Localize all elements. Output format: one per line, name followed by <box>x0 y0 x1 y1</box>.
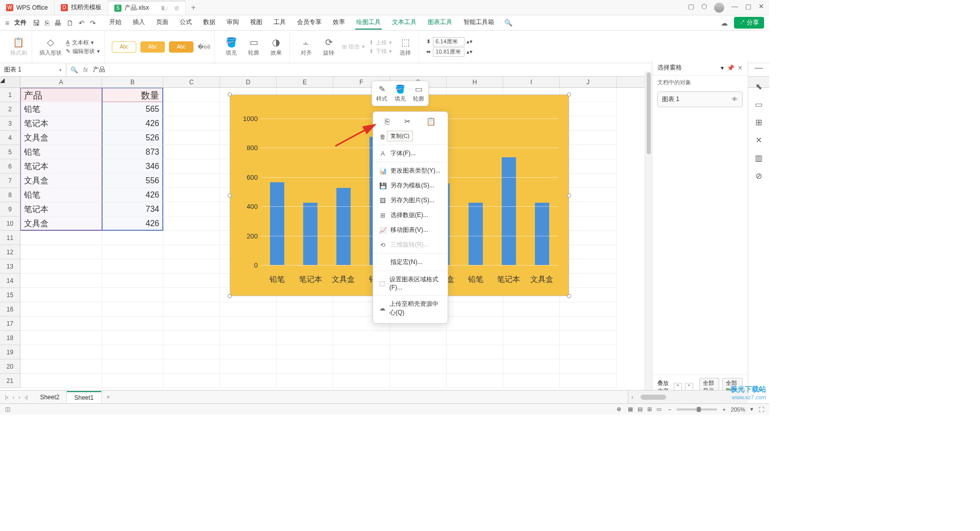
rotate-button[interactable]: ⟳旋转 <box>320 37 338 57</box>
redo-icon[interactable]: ↷ <box>90 19 96 27</box>
cell[interactable] <box>447 317 503 331</box>
height-input[interactable]: 10.81厘米 <box>433 47 464 57</box>
minimize-icon[interactable]: — <box>731 3 738 13</box>
col-header-h[interactable]: H <box>447 77 503 87</box>
cell[interactable] <box>333 359 390 374</box>
row-header[interactable]: 20 <box>0 359 20 374</box>
cell[interactable]: 铅笔 <box>20 102 102 116</box>
cell[interactable] <box>220 317 277 331</box>
row-header[interactable]: 18 <box>0 331 20 345</box>
cell[interactable] <box>390 345 447 359</box>
cancel-icon[interactable]: 🔍 <box>70 66 78 74</box>
sheet-first-icon[interactable]: |‹ <box>5 394 9 400</box>
file-menu[interactable]: 文件 <box>14 18 27 27</box>
width-input[interactable]: 6.14厘米 <box>433 37 464 46</box>
cell[interactable] <box>102 374 163 388</box>
cell[interactable] <box>20 374 102 388</box>
sheet-prev-icon[interactable]: ‹ <box>13 394 15 400</box>
select-all-button[interactable]: ◢ <box>0 77 20 87</box>
resize-handle[interactable] <box>567 294 571 298</box>
resize-handle[interactable] <box>228 294 232 298</box>
col-header-a[interactable]: A <box>20 77 102 87</box>
cell[interactable] <box>503 359 560 374</box>
close-icon[interactable]: ✕ <box>758 3 764 13</box>
zoom-slider[interactable] <box>676 408 717 411</box>
edit-shape-button[interactable]: ✎编辑形状▾ <box>66 47 100 55</box>
cell[interactable]: 文具盒 <box>20 174 102 188</box>
cell[interactable] <box>503 317 560 331</box>
shape-preset-3[interactable]: Abc <box>169 41 193 53</box>
align-button[interactable]: ⫠对齐 <box>297 37 315 57</box>
app-tab-docer[interactable]: D 找稻壳模板 <box>55 1 108 15</box>
ctx-change-chart-type[interactable]: 📊更改图表类型(Y)... <box>373 163 448 178</box>
cell[interactable] <box>163 374 220 388</box>
tab-insert[interactable]: 插入 <box>132 16 146 30</box>
cell[interactable] <box>102 331 163 345</box>
view-normal-icon[interactable]: ▦ <box>628 406 633 412</box>
tab-start[interactable]: 开始 <box>108 16 122 30</box>
add-sheet-button[interactable]: + <box>102 394 115 401</box>
tab-efficiency[interactable]: 效率 <box>332 16 346 30</box>
row-header[interactable]: 10 <box>0 216 20 231</box>
cell[interactable] <box>163 359 220 374</box>
cell[interactable] <box>560 345 617 359</box>
cell[interactable]: 笔记本 <box>20 202 102 216</box>
cell[interactable] <box>277 345 333 359</box>
resize-handle[interactable] <box>567 92 571 96</box>
cell[interactable] <box>220 374 277 388</box>
fill-button[interactable]: 🪣填充 <box>222 37 240 57</box>
cell[interactable] <box>20 302 102 317</box>
ctx-upload-docer[interactable]: ☁上传至稻壳资源中心(Q) <box>373 297 448 320</box>
formula-input[interactable]: 产品 <box>93 65 105 74</box>
mini-fill-button[interactable]: 🪣填充 <box>395 84 406 103</box>
cell[interactable] <box>163 331 220 345</box>
cell[interactable] <box>560 359 617 374</box>
col-header-i[interactable]: I <box>503 77 560 87</box>
row-header[interactable]: 11 <box>0 231 20 245</box>
cell[interactable] <box>220 345 277 359</box>
cloud-status-icon[interactable]: ⊕ <box>617 406 621 413</box>
shape-preset-2[interactable]: Abc <box>140 41 165 53</box>
share-button[interactable]: ↗ 分享 <box>734 17 764 29</box>
collapse-rail-icon[interactable]: — <box>755 63 763 73</box>
ctx-move-chart[interactable]: 📈移动图表(V)... <box>373 223 448 237</box>
cell[interactable] <box>20 331 102 345</box>
cell[interactable] <box>163 231 220 245</box>
cell[interactable] <box>560 302 617 317</box>
effects-button[interactable]: ◑效果 <box>267 37 285 57</box>
ctx-format-chart-area[interactable]: ⬚设置图表区域格式(F)... <box>373 272 448 294</box>
shape-preset-1[interactable]: Abc <box>112 41 136 53</box>
cell[interactable] <box>163 216 220 231</box>
avatar[interactable] <box>714 3 724 13</box>
cell[interactable] <box>20 274 102 288</box>
cell[interactable]: 426 <box>102 216 163 231</box>
move-down-button[interactable]: ⬇下移▾ <box>369 47 392 55</box>
tab-view[interactable]: 视图 <box>249 16 263 30</box>
app-tab-file[interactable]: S 产品.xlsx �⵰ ⊘ <box>108 1 186 15</box>
cell[interactable] <box>102 259 163 274</box>
resize-handle[interactable] <box>567 194 571 198</box>
cell[interactable] <box>20 317 102 331</box>
cell[interactable] <box>277 359 333 374</box>
fx-icon[interactable]: fx <box>83 66 88 74</box>
cell[interactable] <box>102 245 163 259</box>
ctx-select-data[interactable]: ⊞选择数据(E)... <box>373 208 448 223</box>
tab-member[interactable]: 会员专享 <box>296 16 323 30</box>
select-button[interactable]: ⬚选择 <box>396 37 414 57</box>
mini-outline-button[interactable]: ▭轮廓 <box>413 84 424 103</box>
insert-shape-button[interactable]: ◇插入形状 <box>39 37 62 57</box>
cell[interactable] <box>102 288 163 302</box>
cell[interactable] <box>20 359 102 374</box>
ctx-copy-icon[interactable]: ⎘ <box>385 117 389 126</box>
effects-icon[interactable]: ▥ <box>755 153 763 163</box>
sheet-tab-sheet1[interactable]: Sheet1 <box>67 391 101 403</box>
cloud-icon[interactable]: ☁ <box>721 19 728 27</box>
mini-style-button[interactable]: ✎样式 <box>376 84 387 103</box>
bar[interactable] <box>502 157 516 265</box>
ctx-cut-icon[interactable]: ✂ <box>404 117 411 126</box>
row-header[interactable]: 5 <box>0 145 20 159</box>
ctx-save-image[interactable]: 🖼另存为图片(S)... <box>373 193 448 208</box>
resize-handle[interactable] <box>228 194 232 198</box>
cell[interactable] <box>447 374 503 388</box>
tab-tools[interactable]: 工具 <box>273 16 287 30</box>
